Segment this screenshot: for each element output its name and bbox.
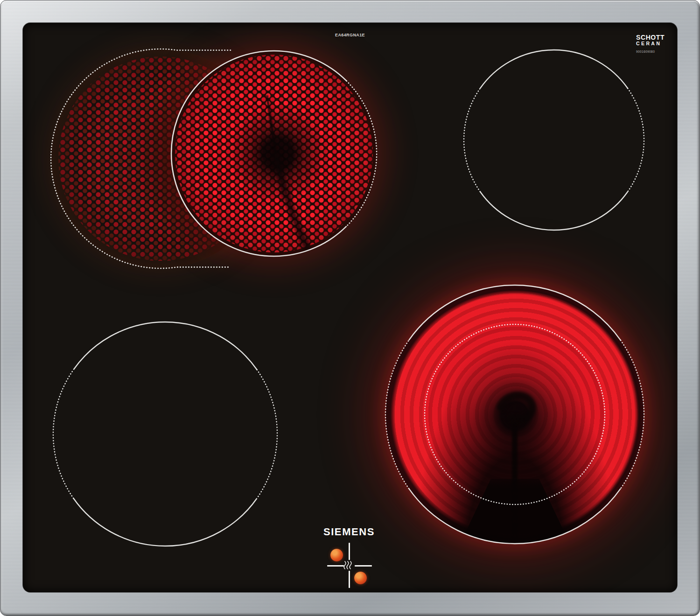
zone-outline-markings [23,23,677,592]
rear-right-outline-dotted-right [628,88,644,191]
front-right-inner-dotted-circle [425,324,605,504]
rear-left-main-ring-dotted [347,81,377,226]
ceran-logo-text: CERAN [636,41,677,46]
rear-left-main-ring-solid [171,51,347,256]
cross-bottom-line [349,571,350,588]
front-right-outline-solid-bottom [409,489,621,544]
residual-heat-icon [343,561,353,570]
hot-indicator-dot-left [330,549,343,561]
ceramic-cooktop: EA64RGNA1E SCHOTT CERAN 9001609080 SIEME… [0,0,700,616]
front-left-outline-dotted-right [257,370,277,498]
rear-right-outline-solid-bottom [480,192,628,230]
glass-serial-number: 9001609080 [636,50,677,54]
rear-right-outline-solid-top [480,50,628,88]
cross-left-line [327,565,344,567]
schott-logo-text: SCHOTT [636,34,677,41]
cross-top-line [349,543,350,560]
rear-left-dotted-outline [51,49,231,268]
front-right-outline-dotted-right [621,340,644,489]
hot-indicator-dot-right [354,572,367,584]
glass-ceramic-surface: EA64RGNA1E SCHOTT CERAN 9001609080 SIEME… [23,23,677,592]
schott-ceran-logo: SCHOTT CERAN 9001609080 [636,34,677,53]
model-code-print: EA64RGNA1E [303,33,397,37]
front-right-outline-solid-top [409,285,621,340]
rear-right-outline-dotted-left [464,88,480,191]
front-left-outline-solid-top [73,322,257,370]
indicator-area [317,536,382,592]
cross-right-line [355,565,372,567]
front-left-outline-dotted-left [53,370,73,498]
front-right-outline-dotted-left [385,340,409,489]
front-left-outline-solid-bottom [73,498,257,546]
